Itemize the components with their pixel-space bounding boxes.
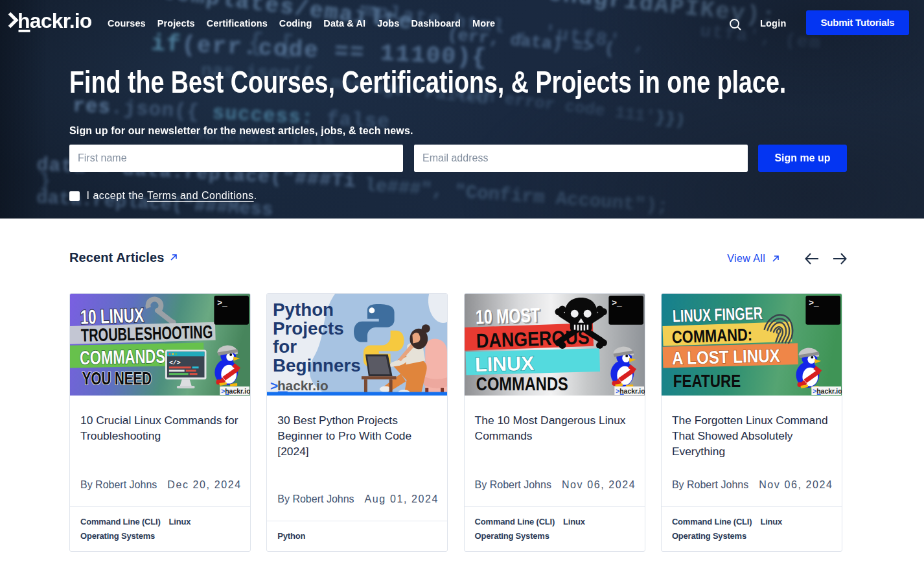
svg-text:LINUX: LINUX bbox=[474, 352, 535, 376]
svg-text:Beginners: Beginners bbox=[273, 355, 361, 375]
svg-text:</>: </> bbox=[169, 359, 181, 366]
svg-text:COMMAND:: COMMAND: bbox=[671, 325, 752, 347]
svg-text:TROUBLESHOOTING: TROUBLESHOOTING bbox=[80, 322, 213, 346]
svg-text:Python: Python bbox=[273, 300, 334, 320]
svg-text:FEATURE: FEATURE bbox=[673, 372, 741, 391]
svg-text:YOU NEED: YOU NEED bbox=[82, 369, 152, 388]
svg-text:for: for bbox=[273, 337, 297, 357]
svg-text:LINUX FINGER: LINUX FINGER bbox=[672, 303, 763, 326]
svg-text:hackr.io: hackr.io bbox=[17, 9, 92, 32]
svg-text:COMMANDS: COMMANDS bbox=[80, 345, 166, 368]
svg-text:10 MOST: 10 MOST bbox=[475, 303, 540, 328]
svg-text:hackr.io: hackr.io bbox=[277, 378, 329, 393]
svg-text:Projects: Projects bbox=[273, 318, 344, 338]
svg-text:A LOST LINUX: A LOST LINUX bbox=[671, 346, 780, 368]
svg-text:COMMANDS: COMMANDS bbox=[476, 373, 568, 394]
